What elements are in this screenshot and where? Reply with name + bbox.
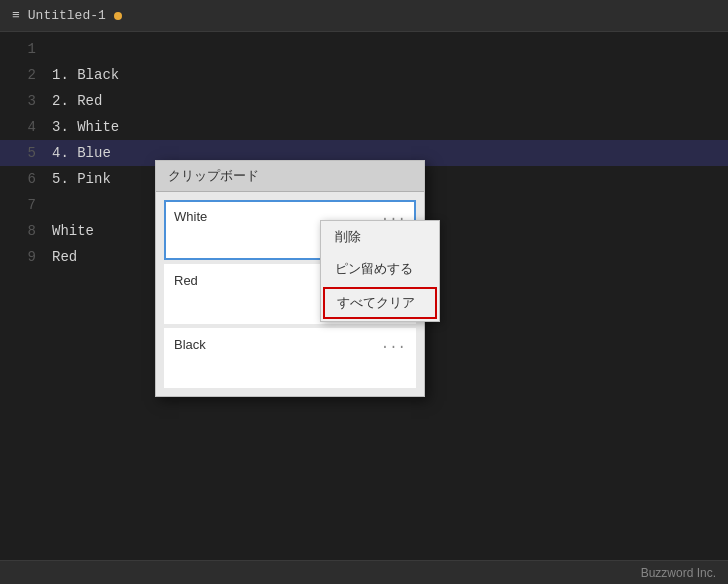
editor-line: 1 [0, 36, 728, 62]
editor-line: 32. Red [0, 88, 728, 114]
line-number: 6 [8, 171, 36, 187]
line-content: White [52, 223, 94, 239]
context-menu-item[interactable]: すべてクリア [323, 287, 437, 319]
line-number: 8 [8, 223, 36, 239]
line-number: 2 [8, 67, 36, 83]
editor-line: 21. Black [0, 62, 728, 88]
line-content: Red [52, 249, 77, 265]
clipboard-item-label: White [174, 209, 207, 224]
line-content: 3. White [52, 119, 119, 135]
line-number: 1 [8, 41, 36, 57]
status-text: Buzzword Inc. [641, 566, 716, 580]
file-title: Untitled-1 [28, 8, 106, 23]
clipboard-item-dots[interactable]: ... [381, 336, 406, 352]
clipboard-item[interactable]: Black... [164, 328, 416, 388]
line-content: 2. Red [52, 93, 102, 109]
clipboard-header: クリップボード [156, 161, 424, 192]
line-content: 1. Black [52, 67, 119, 83]
line-number: 3 [8, 93, 36, 109]
line-content: 4. Blue [52, 145, 111, 161]
line-number: 7 [8, 197, 36, 213]
context-menu-item[interactable]: ピン留めする [321, 253, 439, 285]
unsaved-dot [114, 12, 122, 20]
line-number: 9 [8, 249, 36, 265]
line-content: 5. Pink [52, 171, 111, 187]
clipboard-item-label: Red [174, 273, 198, 288]
editor-line: 43. White [0, 114, 728, 140]
clipboard-item-label: Black [174, 337, 206, 352]
line-number: 4 [8, 119, 36, 135]
status-bar: Buzzword Inc. [0, 560, 728, 584]
context-menu: 削除ピン留めするすべてクリア [320, 220, 440, 322]
title-bar: ≡ Untitled-1 [0, 0, 728, 32]
menu-icon[interactable]: ≡ [12, 8, 20, 23]
line-number: 5 [8, 145, 36, 161]
context-menu-item[interactable]: 削除 [321, 221, 439, 253]
